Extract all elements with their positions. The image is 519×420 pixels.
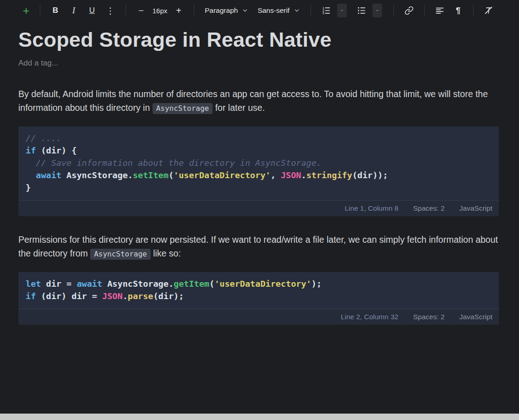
unordered-list-button[interactable] (352, 3, 371, 18)
toolbar-separator (424, 5, 425, 16)
code-status-bar: Line 1, Column 8 Spaces: 2 JavaScript (18, 200, 499, 216)
chevron-down-icon (242, 7, 248, 14)
unordered-list-icon (357, 6, 366, 15)
code-line: if (dir) dir = JSON.parse(dir); (26, 290, 492, 302)
toolbar-separator (311, 5, 311, 16)
decrease-font-size-button[interactable]: − (132, 3, 150, 18)
align-button[interactable] (431, 3, 449, 18)
editor-content: Scoped Storage in React Native Add a tag… (0, 27, 519, 325)
block-format-dropdown[interactable]: Paragraph (200, 3, 253, 18)
code-status-bar: Line 2, Column 32 Spaces: 2 JavaScript (18, 309, 499, 325)
toolbar-separator (40, 5, 40, 16)
toolbar-separator (126, 5, 126, 16)
ordered-list-icon: 123 (322, 6, 331, 15)
horizontal-scrollbar[interactable] (0, 414, 519, 420)
code-line: // .... (26, 132, 492, 144)
language-selector[interactable]: JavaScript (459, 313, 492, 321)
paragraph-text: like so: (151, 248, 181, 258)
toolbar-separator (194, 5, 194, 16)
paragraph-1[interactable]: By default, Android limits the number of… (18, 87, 499, 115)
paragraph-2[interactable]: Permissions for this directory are now p… (18, 233, 499, 261)
ordered-list-button[interactable]: 123 (317, 3, 335, 18)
code-line: if (dir) { (26, 144, 492, 157)
code-block-1: // ....if (dir) { // Save information ab… (18, 126, 499, 216)
cursor-position: Line 1, Column 8 (345, 204, 399, 213)
more-formatting-button[interactable]: ⋮ (101, 3, 120, 18)
add-block-button[interactable]: + (18, 3, 34, 18)
inline-code: AsyncStorage (90, 249, 151, 260)
code-block-2: let dir = await AsyncStorage.getItem('us… (18, 272, 499, 325)
insert-link-button[interactable] (400, 3, 418, 18)
chevron-down-icon (340, 8, 344, 13)
font-family-label: Sans-serif (257, 6, 290, 15)
page-title[interactable]: Scoped Storage in React Native (18, 27, 499, 52)
align-left-icon (435, 6, 444, 15)
font-size-value[interactable]: 16px (150, 7, 169, 15)
indentation-setting[interactable]: Spaces: 2 (413, 204, 445, 213)
bold-button[interactable]: B (46, 3, 65, 18)
clear-formatting-icon (484, 6, 493, 15)
language-selector[interactable]: JavaScript (459, 204, 492, 213)
font-family-dropdown[interactable]: Sans-serif (253, 3, 305, 18)
chevron-down-icon (294, 7, 300, 14)
block-format-label: Paragraph (205, 6, 238, 15)
clear-formatting-button[interactable] (480, 3, 498, 18)
code-line: } (26, 181, 492, 194)
tag-input[interactable]: Add a tag... (18, 59, 499, 68)
cursor-position: Line 2, Column 32 (341, 313, 399, 321)
svg-text:3: 3 (322, 11, 324, 15)
toolbar: + B I U ⋮ − 16px + Paragraph Sans-serif … (0, 0, 519, 21)
paragraph-text: for later use. (213, 103, 265, 113)
link-icon (404, 6, 414, 15)
inline-code: AsyncStorage (153, 103, 213, 114)
ordered-list-options-button[interactable] (337, 4, 347, 17)
increase-font-size-button[interactable]: + (169, 3, 188, 18)
italic-button[interactable]: I (65, 3, 83, 18)
unordered-list-options-button[interactable] (372, 4, 382, 17)
code-line: // Save information about the directory … (26, 157, 492, 169)
toolbar-separator (473, 5, 474, 16)
code-line: let dir = await AsyncStorage.getItem('us… (26, 278, 492, 290)
code-line: await AsyncStorage.setItem('userDataDire… (26, 169, 492, 181)
underline-button[interactable]: U (83, 3, 101, 18)
text-direction-button[interactable]: ¶ (449, 3, 467, 18)
code-editor-1[interactable]: // ....if (dir) { // Save information ab… (18, 126, 499, 200)
indentation-setting[interactable]: Spaces: 2 (413, 313, 445, 321)
chevron-down-icon (375, 8, 379, 13)
code-editor-2[interactable]: let dir = await AsyncStorage.getItem('us… (18, 272, 499, 309)
toolbar-separator (393, 5, 394, 16)
paragraph-direction-icon: ¶ (456, 6, 460, 16)
